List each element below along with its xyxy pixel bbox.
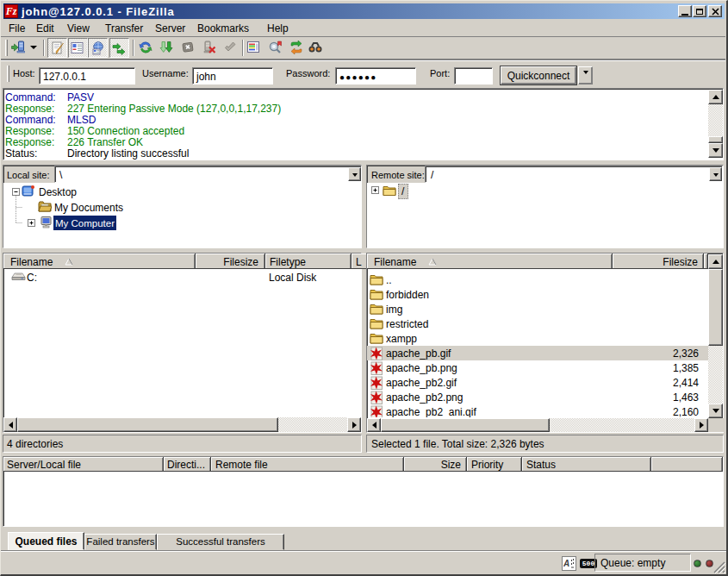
svg-text:A: A — [563, 559, 569, 568]
